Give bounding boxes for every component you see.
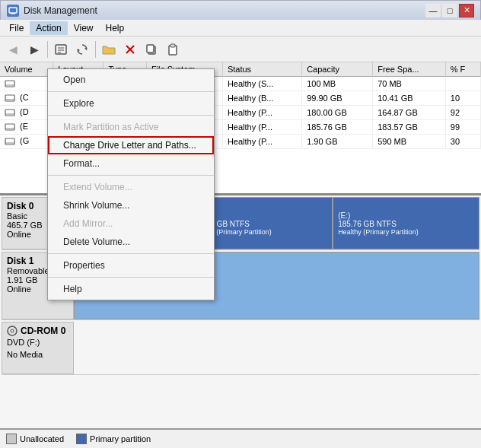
- svg-marker-7: [78, 49, 80, 52]
- svg-point-24: [8, 326, 17, 335]
- minimize-button[interactable]: —: [425, 4, 441, 17]
- svg-marker-6: [84, 47, 87, 50]
- ctx-format[interactable]: Format...: [48, 154, 214, 173]
- ctx-add-mirror[interactable]: Add Mirror...: [48, 214, 214, 233]
- toolbar-separator-2: [95, 41, 96, 58]
- cell-capacity: 1.90 GB: [302, 135, 373, 149]
- ctx-sep-1: [48, 91, 214, 92]
- back-button[interactable]: ◀: [3, 40, 23, 59]
- partition-e-status: Healthy (Primary Partition): [338, 228, 474, 236]
- cell-free: 10.41 GB: [373, 91, 446, 106]
- svg-rect-22: [5, 138, 14, 145]
- cell-volume: (C: [0, 91, 53, 106]
- col-status: Status: [222, 62, 301, 77]
- menu-action[interactable]: Action: [30, 21, 67, 35]
- cell-pct: [445, 77, 480, 91]
- properties-button[interactable]: [51, 40, 71, 59]
- menu-bar: File Action View Help: [0, 20, 481, 37]
- title-bar: Disk Management — □ ✕: [0, 0, 481, 20]
- legend-unallocated-label: Unallocated: [20, 434, 64, 443]
- cell-volume: (D: [0, 106, 53, 120]
- ctx-sep-2: [48, 115, 214, 116]
- ctx-properties[interactable]: Properties: [48, 256, 214, 275]
- cell-pct: 30: [445, 135, 480, 149]
- forward-button[interactable]: ▶: [24, 40, 44, 59]
- menu-help[interactable]: Help: [100, 21, 131, 35]
- cell-capacity: 185.76 GB: [302, 120, 373, 135]
- svg-point-25: [11, 329, 14, 332]
- close-button[interactable]: ✕: [459, 4, 474, 17]
- cdrom-name: CD-ROM 0: [21, 326, 65, 336]
- cell-status: Healthy (P...: [222, 120, 301, 135]
- legend-primary-label: Primary partition: [90, 434, 151, 443]
- ctx-extend-volume[interactable]: Extend Volume...: [48, 178, 214, 196]
- cell-pct: 99: [445, 120, 480, 135]
- ctx-delete-volume[interactable]: Delete Volume...: [48, 233, 214, 251]
- ctx-mark-active[interactable]: Mark Partition as Active: [48, 118, 214, 136]
- svg-rect-16: [5, 95, 14, 101]
- maximize-button[interactable]: □: [442, 4, 457, 17]
- col-free: Free Spa...: [373, 62, 446, 77]
- svg-rect-14: [5, 81, 14, 87]
- partition-e-size: 185.76 GB NTFS: [338, 220, 474, 228]
- ctx-explore[interactable]: Explore: [48, 94, 214, 113]
- partition-e-label: (E:): [338, 211, 474, 220]
- legend-primary: Primary partition: [76, 434, 151, 444]
- toolbar-separator-1: [47, 41, 48, 58]
- ctx-sep-4: [48, 253, 214, 254]
- legend-unallocated: Unallocated: [6, 434, 64, 444]
- col-pct: % F: [445, 62, 480, 77]
- refresh-button[interactable]: [72, 40, 92, 59]
- cell-status: Healthy (P...: [222, 135, 301, 149]
- cell-volume: [0, 77, 53, 91]
- cd-icon: [7, 326, 18, 336]
- cdrom-type: DVD (F:): [7, 338, 68, 347]
- cell-free: 164.87 GB: [373, 106, 446, 120]
- cell-free: 183.57 GB: [373, 120, 446, 135]
- folder-button[interactable]: [99, 40, 119, 59]
- cell-volume: (E: [0, 120, 53, 135]
- cdrom-0-label: CD-ROM 0 DVD (F:) No Media: [2, 322, 74, 374]
- cell-pct: 10: [445, 91, 480, 106]
- col-capacity: Capacity: [302, 62, 373, 77]
- svg-rect-13: [170, 44, 175, 47]
- context-menu: Open Explore Mark Partition as Active Ch…: [47, 68, 215, 300]
- ctx-change-drive-letter[interactable]: Change Drive Letter and Paths...: [48, 136, 214, 154]
- ctx-shrink-volume[interactable]: Shrink Volume...: [48, 196, 214, 214]
- delete-button[interactable]: [120, 40, 140, 59]
- menu-file[interactable]: File: [3, 21, 30, 35]
- ctx-help[interactable]: Help: [48, 280, 214, 298]
- partition-e[interactable]: (E:) 185.76 GB NTFS Healthy (Primary Par…: [333, 197, 479, 249]
- cell-pct: 92: [445, 106, 480, 120]
- menu-view[interactable]: View: [68, 21, 100, 35]
- svg-rect-1: [11, 13, 15, 14]
- window-controls: — □ ✕: [425, 4, 474, 17]
- legend-unallocated-color: [6, 434, 17, 444]
- legend-primary-color: [76, 434, 87, 444]
- svg-rect-18: [5, 110, 14, 116]
- cdrom-0-row: CD-ROM 0 DVD (F:) No Media: [2, 322, 479, 375]
- cell-free: 70 MB: [373, 77, 446, 91]
- svg-rect-0: [9, 8, 17, 13]
- copy-button[interactable]: [142, 40, 161, 59]
- window-title: Disk Management: [24, 5, 425, 16]
- svg-rect-20: [5, 124, 14, 130]
- ctx-sep-5: [48, 277, 214, 278]
- legend-bar: Unallocated Primary partition: [0, 428, 481, 448]
- cell-volume: (G: [0, 135, 53, 149]
- cell-status: Healthy (P...: [222, 106, 301, 120]
- paste-button[interactable]: [163, 40, 183, 59]
- cell-free: 590 MB: [373, 135, 446, 149]
- ctx-open[interactable]: Open: [48, 71, 214, 89]
- cell-capacity: 99.90 GB: [302, 91, 373, 106]
- cdrom-status: No Media: [7, 350, 68, 359]
- col-volume: Volume: [0, 62, 53, 77]
- cell-status: Healthy (S...: [222, 77, 301, 91]
- toolbar: ◀ ▶: [0, 37, 481, 62]
- cell-capacity: 100 MB: [302, 77, 373, 91]
- cell-status: Healthy (B...: [222, 91, 301, 106]
- svg-rect-11: [147, 45, 154, 52]
- ctx-sep-3: [48, 175, 214, 176]
- cell-capacity: 180.00 GB: [302, 106, 373, 120]
- app-icon: [7, 5, 19, 17]
